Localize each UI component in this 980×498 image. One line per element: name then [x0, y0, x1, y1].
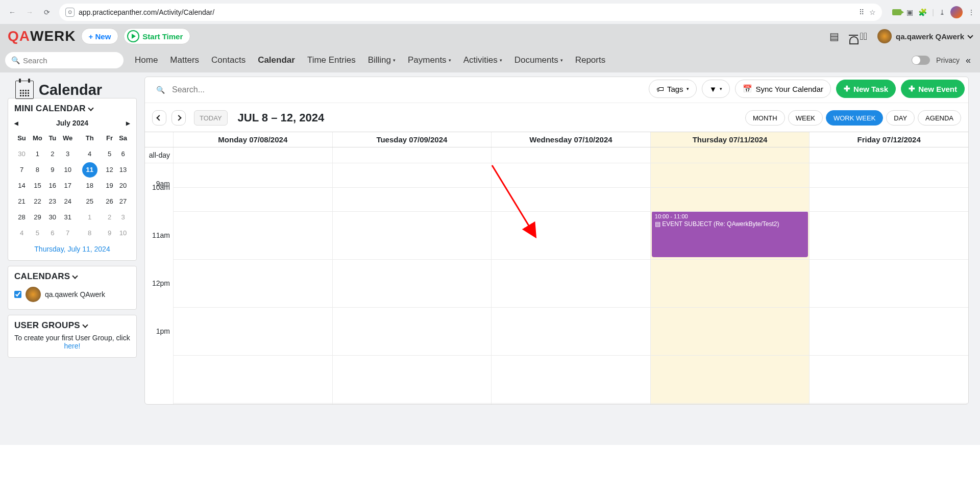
nav-documents[interactable]: Documents▾ [508, 48, 569, 72]
start-timer-button[interactable]: Start Timer [124, 28, 190, 44]
forward-button[interactable]: → [22, 5, 37, 19]
extension-icon[interactable]: ▣ [906, 8, 913, 16]
nav-home[interactable]: Home [129, 48, 164, 72]
mini-day[interactable]: 3 [59, 146, 77, 162]
nav-calendar[interactable]: Calendar [252, 48, 301, 72]
mini-day[interactable]: 10 [59, 162, 77, 178]
back-button[interactable]: ← [5, 5, 19, 19]
mini-day[interactable]: 4 [77, 146, 103, 162]
mini-day[interactable]: 5 [29, 225, 46, 241]
mini-day[interactable]: 1 [29, 146, 46, 162]
prev-button[interactable] [152, 110, 166, 126]
mini-day[interactable]: 3 [116, 209, 130, 225]
mini-day[interactable]: 30 [46, 209, 59, 225]
today-button[interactable]: TODAY [194, 110, 228, 126]
day-header[interactable]: Tuesday 07/09/2024 [333, 132, 492, 147]
mini-day[interactable]: 7 [14, 162, 29, 178]
day-header[interactable]: Friday 07/12/2024 [810, 132, 968, 147]
app-logo[interactable]: QAWERK [8, 28, 76, 44]
calendar-event[interactable]: 10:00 - 11:00 ▤ EVENT SUBJECT (Re: QAwer… [652, 211, 808, 257]
allday-cell[interactable] [492, 147, 651, 163]
mini-day[interactable]: 25 [77, 193, 103, 209]
day-column[interactable] [174, 163, 333, 404]
day-column[interactable] [492, 163, 651, 404]
mini-day[interactable]: 28 [14, 209, 29, 225]
mini-day[interactable]: 8 [29, 162, 46, 178]
help-icon[interactable]: ？⃝ [860, 31, 867, 42]
browser-menu-icon[interactable]: ⋮ [968, 8, 975, 16]
mini-day[interactable]: 22 [29, 193, 46, 209]
nav-matters[interactable]: Matters [164, 48, 205, 72]
mini-day[interactable]: 11 [77, 162, 103, 178]
camera-ext-icon[interactable] [892, 9, 901, 15]
user-groups-create-link[interactable]: here! [64, 342, 81, 350]
global-search[interactable]: 🔍 [5, 52, 124, 68]
new-event-button[interactable]: ✚New Event [901, 80, 965, 98]
mini-day[interactable]: 26 [103, 193, 116, 209]
mini-day[interactable]: 23 [46, 193, 59, 209]
nav-reports[interactable]: Reports [569, 48, 612, 72]
mini-day[interactable]: 20 [116, 178, 130, 193]
chat-icon[interactable]: ▤ [829, 30, 839, 42]
mini-day[interactable]: 9 [103, 225, 116, 241]
calendar-user-row[interactable]: qa.qawerk QAwerk [14, 287, 130, 302]
mini-day[interactable]: 5 [103, 146, 116, 162]
next-button[interactable] [172, 110, 186, 126]
mini-day[interactable]: 9 [46, 162, 59, 178]
mini-day[interactable]: 27 [116, 193, 130, 209]
new-task-button[interactable]: ✚New Task [836, 80, 896, 98]
mini-day[interactable]: 24 [59, 193, 77, 209]
mini-day[interactable]: 8 [77, 225, 103, 241]
mini-calendar-title[interactable]: MINI CALENDAR [14, 104, 130, 114]
site-info-icon[interactable]: ⊙ [65, 8, 75, 17]
mini-day[interactable]: 12 [103, 162, 116, 178]
mini-day[interactable]: 2 [103, 209, 116, 225]
translate-icon[interactable]: ⠿ [859, 8, 864, 16]
mini-day[interactable]: 4 [14, 225, 29, 241]
extensions-icon[interactable]: 🧩 [918, 8, 927, 16]
allday-cell[interactable] [651, 147, 810, 163]
mini-day[interactable]: 17 [59, 178, 77, 193]
nav-payments[interactable]: Payments▾ [402, 48, 457, 72]
mini-day[interactable]: 16 [46, 178, 59, 193]
nav-billing[interactable]: Billing▾ [362, 48, 402, 72]
mini-next-month[interactable]: ▶ [126, 120, 130, 126]
profile-avatar[interactable] [950, 6, 963, 18]
user-menu[interactable]: qa.qawerk QAwerk [877, 29, 972, 43]
mini-day[interactable]: 1 [77, 209, 103, 225]
allday-cell[interactable] [174, 147, 333, 163]
download-icon[interactable]: ⤓ [939, 8, 945, 16]
view-day[interactable]: DAY [886, 110, 915, 126]
mini-day[interactable]: 21 [14, 193, 29, 209]
mini-day[interactable]: 31 [59, 209, 77, 225]
nav-time-entries[interactable]: Time Entries [301, 48, 362, 72]
reload-button[interactable]: ⟳ [40, 5, 54, 19]
privacy-toggle[interactable] [912, 56, 930, 65]
view-month[interactable]: MONTH [745, 110, 785, 126]
allday-cell[interactable] [333, 147, 492, 163]
collapse-icon[interactable]: « [966, 55, 971, 66]
bookmark-icon[interactable]: ☆ [869, 8, 876, 16]
day-column[interactable] [333, 163, 492, 404]
mini-day[interactable]: 30 [14, 146, 29, 162]
mini-day[interactable]: 29 [29, 209, 46, 225]
mini-day[interactable]: 6 [46, 225, 59, 241]
calendars-panel-title[interactable]: CALENDARS [14, 271, 130, 282]
mini-prev-month[interactable]: ◀ [14, 120, 18, 126]
nav-contacts[interactable]: Contacts [205, 48, 252, 72]
nav-activities[interactable]: Activities▾ [457, 48, 508, 72]
mini-day[interactable]: 14 [14, 178, 29, 193]
mini-day[interactable]: 19 [103, 178, 116, 193]
mini-day[interactable]: 6 [116, 146, 130, 162]
day-header[interactable]: Wednesday 07/10/2024 [492, 132, 651, 147]
user-groups-title[interactable]: USER GROUPS [14, 320, 130, 331]
mini-day[interactable]: 18 [77, 178, 103, 193]
mini-today-link[interactable]: Thursday, July 11, 2024 [14, 245, 130, 253]
day-header[interactable]: Monday 07/08/2024 [174, 132, 333, 147]
mini-day[interactable]: 2 [46, 146, 59, 162]
view-work-week[interactable]: WORK WEEK [826, 110, 883, 126]
view-agenda[interactable]: AGENDA [918, 110, 961, 126]
calendar-user-checkbox[interactable] [14, 291, 21, 298]
address-bar[interactable]: ⊙ app.practicepanther.com/Activity/Calen… [59, 4, 882, 21]
view-week[interactable]: WEEK [788, 110, 823, 126]
